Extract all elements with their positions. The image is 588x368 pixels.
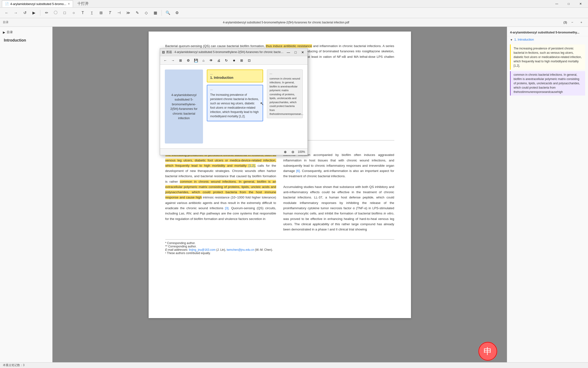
text2-tool-button[interactable]: T xyxy=(88,9,96,17)
left-sidebar: ▶ 目录 Introduction xyxy=(0,27,53,362)
highlight-tool-button[interactable]: ✏ xyxy=(43,9,50,17)
window-maximize-button[interactable]: □ xyxy=(563,0,574,7)
popup-titlebar: 🖼 图题 · 4-arylamidobenzyl substituted 5-b… xyxy=(160,48,307,56)
settings-button[interactable]: ⚙ xyxy=(173,9,181,17)
main-toolbar: ← → ↺ ▶ ✏ 〇 □ ○ T T ⊞ T ⊣ ≫ ✎ ◇ ▦ 🔍 ⚙ xyxy=(0,8,588,18)
window-minimize-button[interactable]: — xyxy=(551,0,562,7)
popup-zoom-in-button[interactable]: ⊕ xyxy=(282,149,288,155)
popup-content: 4-arylamidobenzyl substituted 5-bromomet… xyxy=(160,65,307,148)
popup-window: 🖼 图题 · 4-arylamidobenzyl substituted 5-b… xyxy=(160,48,308,155)
popup-view-button[interactable]: 👁 xyxy=(208,57,214,64)
left-body-col: The increasing prevalence of persistent … xyxy=(165,152,276,232)
undo-button[interactable]: ← xyxy=(3,9,10,17)
ellipse-tool-button[interactable]: ○ xyxy=(70,9,78,17)
popup-right-indicator: — xyxy=(270,72,300,76)
toc-toggle[interactable]: 目录 xyxy=(3,20,9,24)
popup-home-button[interactable]: ⌂ xyxy=(200,57,207,64)
mascot-character: 申 xyxy=(478,342,497,361)
author-1: (J. Lin), xyxy=(216,248,227,251)
right-sidebar: 4-arylamidobenzyl substituted 5-bromomet… xyxy=(507,27,588,362)
popup-back-button[interactable]: ← xyxy=(162,57,169,64)
right-toc-item-intro[interactable]: ▼ 1. Introduction xyxy=(507,36,588,43)
popup-center-cards: — 1. Introduction — The increasing preva… xyxy=(207,70,263,144)
window-controls: — □ ✕ xyxy=(551,0,586,7)
popup-minimize-button[interactable]: — xyxy=(286,49,291,55)
popup-box-button[interactable]: ⊡ xyxy=(246,57,253,64)
circle-tool-button[interactable]: 〇 xyxy=(52,9,59,17)
footnote-3: E-mail addresses: linjing_jnu@163.com (J… xyxy=(165,248,394,251)
popup-save-button[interactable]: 💾 xyxy=(193,57,199,64)
pen-tool-button[interactable]: ✎ xyxy=(133,9,141,17)
popup-grid-button[interactable]: ⊞ xyxy=(177,57,184,64)
window-close-button[interactable]: ✕ xyxy=(575,0,586,7)
right-content-block-1: The increasing prevalence of persistent … xyxy=(510,44,585,70)
popup-section-label-card: — 1. Introduction xyxy=(207,70,263,83)
play-button[interactable]: ▶ xyxy=(30,9,38,17)
ref-3: [3] xyxy=(225,206,228,210)
rect-tool-button[interactable]: □ xyxy=(61,9,69,17)
toc-heading[interactable]: ▶ 目录 xyxy=(0,29,52,36)
popup-title: 图题 · 4-arylamidobenzyl substituted 5-bro… xyxy=(166,50,284,54)
page-indicator: (3) − + xyxy=(563,19,585,26)
popup-rotate-button[interactable]: ↻ xyxy=(223,57,230,64)
new-tab-button[interactable]: 十打并 xyxy=(75,0,91,7)
sidebar-intro-heading[interactable]: Introduction xyxy=(0,36,52,45)
pdf-viewer[interactable]: Bacterial quorum-sensing (QS) can cause … xyxy=(53,27,507,362)
flow-tool-button[interactable]: ≫ xyxy=(124,9,132,17)
toolbar-sep1 xyxy=(40,10,40,16)
right-block-2-text: common in chronic bacterial infections. … xyxy=(514,73,580,94)
right-col-para-1: bacterial infection accompanied by biofi… xyxy=(283,152,394,179)
popup-close-button[interactable]: ✕ xyxy=(300,49,306,55)
zoom-out-button[interactable]: − xyxy=(569,19,576,26)
popup-left-card-text: 4-arylamidobenzyl substituted 5-bromomet… xyxy=(169,93,199,120)
file-path: 4-arylamidobenzyl substituted 5-bromomet… xyxy=(10,21,562,24)
refresh-button[interactable]: ↺ xyxy=(21,9,29,17)
grid-tool-button[interactable]: ▦ xyxy=(151,9,159,17)
notes-count: 本重点笔记数：3 xyxy=(3,363,25,367)
table-tool-button[interactable]: ⊞ xyxy=(97,9,105,17)
popup-table-button[interactable]: ⊞ xyxy=(238,57,245,64)
pqs-gene: Pqs xyxy=(200,212,205,215)
sidebar-intro-label: Introduction xyxy=(4,38,26,42)
pdf-tab[interactable]: 📄 4-arylamidobenzyl substituted 5-bromo.… xyxy=(2,0,73,7)
popup-forward-button[interactable]: → xyxy=(170,57,176,64)
popup-maximize-button[interactable]: □ xyxy=(293,49,298,55)
redo-button[interactable]: → xyxy=(12,9,19,17)
popup-card-indicator: — xyxy=(210,88,260,92)
intro-para-1: The increasing prevalence of persistent … xyxy=(165,152,276,221)
popup-settings-button[interactable]: ⚙ xyxy=(185,57,192,64)
zoom-level: 100% xyxy=(298,150,305,154)
text-tool-button[interactable]: T xyxy=(79,9,87,17)
right-block-1-text: The increasing prevalence of persistent … xyxy=(514,47,582,67)
status-bar: 本重点笔记数：3 xyxy=(0,362,588,368)
footnote-1: * Corresponding author. xyxy=(165,241,394,245)
tab-close-icon[interactable]: ✕ xyxy=(68,2,70,6)
popup-print-button[interactable]: 🖨 xyxy=(215,57,222,64)
insert-tool-button[interactable]: ⊣ xyxy=(115,9,123,17)
rhl-gene: Rhl xyxy=(186,212,191,215)
popup-star-button[interactable]: ★ xyxy=(231,57,237,64)
ref-6: [6] xyxy=(296,169,300,173)
footnotes: * Corresponding author. ** Corresponding… xyxy=(165,239,394,255)
popup-section-label: — xyxy=(210,73,213,75)
email-1[interactable]: linjing_jnu@163.com xyxy=(189,248,216,251)
right-toc-intro-label: 1. Introduction xyxy=(514,38,534,41)
search-button[interactable]: 🔍 xyxy=(164,9,172,17)
las-gene: Las xyxy=(179,212,184,215)
mascot-svg: 申 xyxy=(478,342,497,361)
popup-zoom-out-button[interactable]: ⊖ xyxy=(290,149,296,155)
email-2[interactable]: twmchen@jnu.edu.cn xyxy=(227,248,254,251)
highlighted-text-1: The increasing prevalence of persistent … xyxy=(165,153,276,167)
popup-footer: ⊕ ⊖ 100% xyxy=(160,148,307,155)
right-col-para-2: Accumulating studies have shown that sub… xyxy=(283,184,394,232)
highlighted-text-2: common in chronic wound infections. In g… xyxy=(165,180,276,199)
toc-arrow-icon: ▶ xyxy=(3,31,5,34)
zoom-in-button[interactable]: + xyxy=(578,19,585,26)
diamond-tool-button[interactable]: ◇ xyxy=(142,9,150,17)
ref-1-2: [1,2] xyxy=(249,164,255,167)
footnote-4: ¹ These authors contributed equally. xyxy=(165,251,394,255)
popup-section-heading: 1. Introduction xyxy=(210,76,260,80)
main-area: ▶ 目录 Introduction Bacterial quorum-sensi… xyxy=(0,27,588,362)
tab-icon: 📄 xyxy=(5,2,9,6)
text3-tool-button[interactable]: T xyxy=(106,9,114,17)
